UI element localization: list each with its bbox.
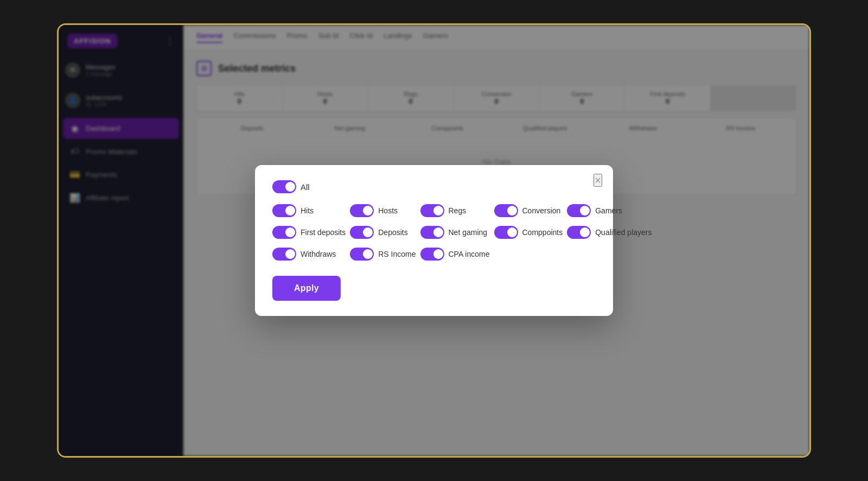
toggle-deposits-slider xyxy=(350,226,374,239)
toggle-regs-label: Regs xyxy=(449,206,467,215)
toggle-comppoints[interactable] xyxy=(494,226,518,239)
toggle-cpa-income-label: CPA income xyxy=(449,250,490,258)
toggle-withdraws[interactable] xyxy=(272,248,296,261)
toggle-item-hosts: Hosts xyxy=(350,204,416,217)
toggle-deposits[interactable] xyxy=(350,226,374,239)
all-toggle-row: All xyxy=(272,180,596,193)
toggle-item-cpa-income: CPA income xyxy=(420,248,490,261)
toggle-item-first-deposits: First deposits xyxy=(272,226,346,239)
toggle-hits-slider xyxy=(272,204,296,217)
toggle-hits-label: Hits xyxy=(301,206,314,215)
toggle-conversion-slider xyxy=(494,204,518,217)
toggle-qualified-players-slider xyxy=(567,226,591,239)
toggle-item-hits: Hits xyxy=(272,204,346,217)
toggle-net-gaming[interactable] xyxy=(420,226,444,239)
toggle-qualified-players[interactable] xyxy=(567,226,591,239)
toggle-conversion-label: Conversion xyxy=(522,206,561,215)
apply-button[interactable]: Apply xyxy=(272,276,341,301)
toggles-grid: Hits Hosts Regs xyxy=(272,204,596,261)
modal-overlay: × All Hits xyxy=(59,25,809,456)
all-toggle-slider xyxy=(272,180,296,193)
toggle-gamers-slider xyxy=(567,204,591,217)
modal: × All Hits xyxy=(255,165,613,316)
toggle-item-conversion: Conversion xyxy=(494,204,563,217)
toggle-rs-income[interactable] xyxy=(350,248,374,261)
toggle-first-deposits[interactable] xyxy=(272,226,296,239)
toggle-hits[interactable] xyxy=(272,204,296,217)
toggle-net-gaming-slider xyxy=(420,226,444,239)
modal-close-button[interactable]: × xyxy=(593,174,602,187)
toggle-withdraws-slider xyxy=(272,248,296,261)
toggle-hosts-slider xyxy=(350,204,374,217)
toggle-item-regs: Regs xyxy=(420,204,490,217)
toggle-item-deposits: Deposits xyxy=(350,226,416,239)
toggle-qualified-players-label: Qualified players xyxy=(595,228,652,237)
browser-frame: AFFISION ⋮ ✉ Messages 1 message 👤 subacc… xyxy=(57,23,811,458)
toggle-first-deposits-slider xyxy=(272,226,296,239)
all-toggle-label: All xyxy=(301,182,310,192)
toggle-item-qualified-players: Qualified players xyxy=(567,226,652,239)
toggle-conversion[interactable] xyxy=(494,204,518,217)
toggle-deposits-label: Deposits xyxy=(378,228,407,237)
toggle-hosts[interactable] xyxy=(350,204,374,217)
toggle-item-gamers: Gamers xyxy=(567,204,652,217)
toggle-gamers[interactable] xyxy=(567,204,591,217)
toggle-cpa-income[interactable] xyxy=(420,248,444,261)
toggle-withdraws-label: Withdraws xyxy=(301,250,336,258)
toggle-comppoints-label: Comppoints xyxy=(522,228,563,237)
toggle-item-net-gaming: Net gaming xyxy=(420,226,490,239)
toggle-gamers-label: Gamers xyxy=(595,206,622,215)
toggle-rs-income-label: RS Income xyxy=(378,250,416,258)
toggle-regs-slider xyxy=(420,204,444,217)
toggle-item-comppoints: Comppoints xyxy=(494,226,563,239)
all-toggle[interactable] xyxy=(272,180,296,193)
toggle-hosts-label: Hosts xyxy=(378,206,398,215)
toggle-regs[interactable] xyxy=(420,204,444,217)
toggle-cpa-income-slider xyxy=(420,248,444,261)
toggle-first-deposits-label: First deposits xyxy=(301,228,346,237)
toggle-comppoints-slider xyxy=(494,226,518,239)
toggle-rs-income-slider xyxy=(350,248,374,261)
toggle-net-gaming-label: Net gaming xyxy=(449,228,488,237)
toggle-item-withdraws: Withdraws xyxy=(272,248,346,261)
toggle-item-rs-income: RS Income xyxy=(350,248,416,261)
